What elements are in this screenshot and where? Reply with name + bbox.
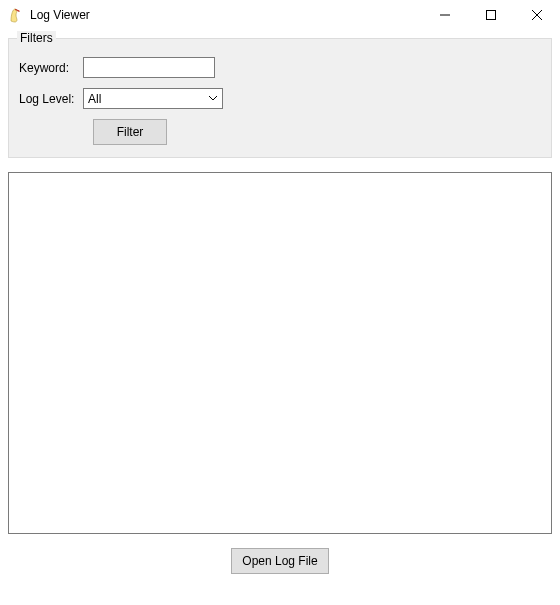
open-log-file-button[interactable]: Open Log File <box>231 548 328 574</box>
maximize-button[interactable] <box>468 0 514 30</box>
svg-rect-1 <box>487 11 496 20</box>
filter-button[interactable]: Filter <box>93 119 167 145</box>
keyword-row: Keyword: <box>19 57 541 78</box>
close-button[interactable] <box>514 0 560 30</box>
loglevel-selected-value: All <box>84 92 204 106</box>
minimize-button[interactable] <box>422 0 468 30</box>
loglevel-row: Log Level: All <box>19 88 541 109</box>
log-textarea[interactable] <box>8 172 552 534</box>
app-icon <box>8 7 24 23</box>
open-log-file-button-label: Open Log File <box>242 554 317 568</box>
chevron-down-icon <box>204 89 222 108</box>
filters-group: Filters Keyword: Log Level: All Filter <box>8 38 552 158</box>
content-area: Filters Keyword: Log Level: All Filter O… <box>0 38 560 582</box>
window-controls <box>422 0 560 30</box>
footer-bar: Open Log File <box>8 548 552 574</box>
titlebar: Log Viewer <box>0 0 560 30</box>
filter-button-row: Filter <box>19 119 541 145</box>
keyword-input[interactable] <box>83 57 215 78</box>
window-title: Log Viewer <box>30 8 90 22</box>
filters-group-title: Filters <box>17 31 56 45</box>
loglevel-select[interactable]: All <box>83 88 223 109</box>
loglevel-label: Log Level: <box>19 92 83 106</box>
filter-button-label: Filter <box>117 125 144 139</box>
keyword-label: Keyword: <box>19 61 83 75</box>
